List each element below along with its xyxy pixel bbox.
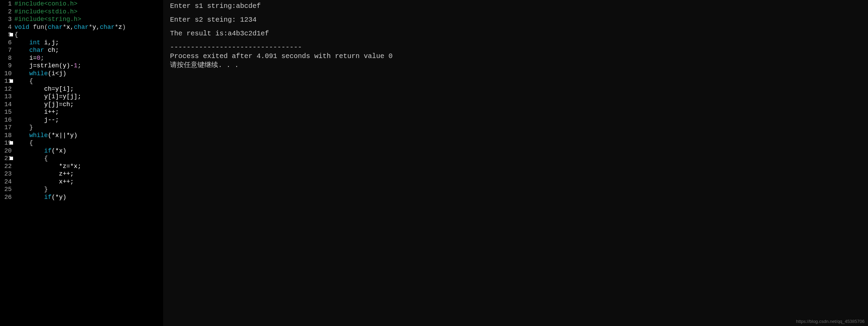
code-token: y[i]=y[j]; <box>14 93 81 100</box>
line-number: 23 <box>0 170 12 178</box>
code-line[interactable]: if(*x) <box>14 147 163 155</box>
code-token: , <box>70 24 74 31</box>
code-token: if <box>44 147 52 154</box>
code-token: , <box>96 24 100 31</box>
code-token: char <box>100 24 115 31</box>
code-editor-pane: 1234567891011121314151617181920212223242… <box>0 0 163 326</box>
line-number: 7 <box>0 46 12 54</box>
code-line[interactable]: { <box>14 139 163 147</box>
line-number: 18 <box>0 132 12 139</box>
code-line[interactable]: j=strlen(y)-1; <box>14 62 163 70</box>
code-token: } <box>14 124 33 131</box>
code-line[interactable]: y[j]=ch; <box>14 101 163 109</box>
code-token: if <box>44 194 52 201</box>
code-line[interactable]: j--; <box>14 116 163 124</box>
code-token: y[j]=ch; <box>14 101 74 108</box>
code-line[interactable]: { <box>14 77 163 85</box>
code-token <box>14 70 29 77</box>
code-token: ; <box>78 62 81 69</box>
code-token: fun <box>33 24 44 31</box>
code-token <box>14 194 44 201</box>
code-line[interactable]: char ch; <box>14 46 163 54</box>
line-number: 2 <box>0 8 12 16</box>
code-token: #include<string.h> <box>14 16 81 23</box>
line-number: 13 <box>0 93 12 101</box>
code-line[interactable]: } <box>14 186 163 193</box>
fold-marker-icon[interactable] <box>10 157 13 160</box>
line-number: 8 <box>0 54 12 62</box>
code-token: ( <box>44 24 48 31</box>
fold-marker-icon[interactable] <box>10 33 13 36</box>
code-line[interactable]: y[i]=y[j]; <box>14 93 163 101</box>
line-number: 14 <box>0 101 12 109</box>
code-token: (*x) <box>52 147 66 154</box>
code-line[interactable]: { <box>14 31 163 39</box>
code-token: void <box>14 24 29 31</box>
code-line[interactable]: #include<conio.h> <box>14 0 163 8</box>
code-line[interactable]: } <box>14 124 163 132</box>
code-line[interactable]: void fun(char*x,char*y,char*z) <box>14 23 163 31</box>
code-line[interactable]: #include<stdio.h> <box>14 8 163 16</box>
console-line: Enter s1 string:abcdef <box>170 2 861 11</box>
fold-marker-icon[interactable] <box>10 79 13 83</box>
code-line[interactable]: *z=*x; <box>14 162 163 170</box>
code-token: 1 <box>74 62 78 69</box>
code-token: { <box>14 139 33 146</box>
code-token: * <box>89 24 92 31</box>
code-token <box>14 39 29 46</box>
code-token: * <box>63 24 66 31</box>
code-line[interactable]: i=0; <box>14 54 163 62</box>
fold-marker-icon[interactable] <box>10 141 13 145</box>
watermark-text: https://blog.csdn.net/qq_45385706 <box>796 319 865 324</box>
code-line[interactable]: z++; <box>14 170 163 178</box>
code-line[interactable]: x++; <box>14 178 163 186</box>
code-token: #include<stdio.h> <box>14 8 78 15</box>
code-token: x++; <box>14 178 74 185</box>
code-token: while <box>29 70 48 77</box>
code-token: i,j; <box>41 39 59 46</box>
line-number: 16 <box>0 116 12 124</box>
code-line[interactable]: { <box>14 155 163 162</box>
code-token: { <box>14 78 33 85</box>
code-token: x <box>66 24 70 31</box>
code-line[interactable]: i++; <box>14 108 163 116</box>
code-token: int <box>29 39 40 46</box>
line-number: 25 <box>0 186 12 193</box>
line-number: 12 <box>0 85 12 93</box>
line-number: 17 <box>0 124 12 132</box>
line-number: 24 <box>0 178 12 186</box>
code-token: { <box>14 31 18 38</box>
code-token: (*y) <box>52 194 66 201</box>
code-content[interactable]: #include<conio.h>#include<stdio.h>#inclu… <box>14 0 163 201</box>
line-number: 10 <box>0 70 12 78</box>
code-token: *z=*x; <box>14 163 81 170</box>
code-token: (*x||*y) <box>48 132 77 139</box>
code-line[interactable]: while(i<j) <box>14 70 163 78</box>
code-line[interactable]: if(*y) <box>14 193 163 201</box>
code-token: z++; <box>14 170 74 177</box>
code-token: { <box>14 155 48 162</box>
console-line: Enter s2 steing: 1234 <box>170 15 861 24</box>
console-line: 请按任意键继续. . . <box>170 61 861 70</box>
code-token: ) <box>122 24 126 31</box>
line-number: 22 <box>0 162 12 170</box>
code-line[interactable]: while(*x||*y) <box>14 132 163 139</box>
line-number: 15 <box>0 108 12 116</box>
code-area[interactable]: 1234567891011121314151617181920212223242… <box>0 0 163 201</box>
code-token: ch; <box>44 47 59 54</box>
code-token <box>14 147 44 154</box>
code-line[interactable]: ch=y[i]; <box>14 85 163 93</box>
code-token: char <box>29 47 44 54</box>
code-token: #include<conio.h> <box>14 0 78 7</box>
code-token: while <box>29 132 48 139</box>
code-token <box>14 47 29 54</box>
line-number: 20 <box>0 147 12 155</box>
code-line[interactable]: int i,j; <box>14 39 163 47</box>
console-line: Process exited after 4.091 seconds with … <box>170 52 861 61</box>
code-token: char <box>74 24 89 31</box>
line-number: 26 <box>0 193 12 201</box>
line-number: 3 <box>0 15 12 23</box>
code-line[interactable]: #include<string.h> <box>14 15 163 23</box>
line-number: 9 <box>0 62 12 70</box>
code-token: * <box>115 24 119 31</box>
